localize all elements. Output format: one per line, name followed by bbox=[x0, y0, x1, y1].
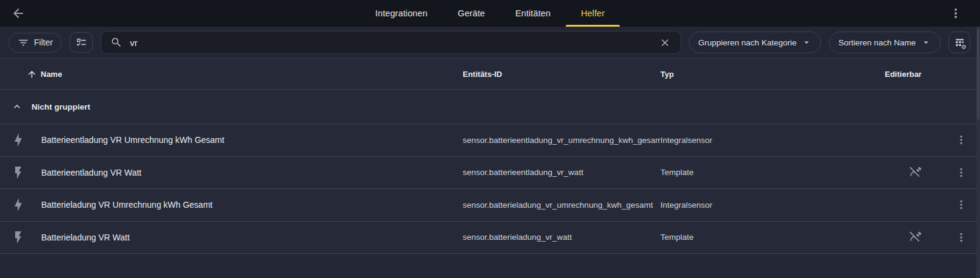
tab-integrationen[interactable]: Integrationen bbox=[360, 0, 443, 27]
tab-entitaeten[interactable]: Entitäten bbox=[500, 0, 566, 27]
row-menu-cell bbox=[946, 164, 976, 182]
row-menu-button[interactable] bbox=[952, 196, 970, 214]
row-type: Integralsensor bbox=[660, 200, 885, 210]
column-header-editable[interactable]: Editierbar bbox=[885, 70, 946, 79]
column-header-entity-id[interactable]: Entitäts-ID bbox=[463, 70, 660, 79]
sort-by-dropdown[interactable]: Sortieren nach Name bbox=[829, 31, 941, 53]
row-entity-id: sensor.batterieladung_vr_umrechnung_kwh_… bbox=[463, 200, 660, 210]
row-editable-cell bbox=[885, 166, 946, 179]
flash-icon bbox=[11, 230, 25, 245]
table-header-row: Name Entitäts-ID Typ Editierbar bbox=[0, 58, 976, 90]
row-icon-cell bbox=[0, 197, 36, 212]
flash-icon bbox=[11, 165, 25, 180]
chevron-down-icon bbox=[801, 37, 812, 48]
table-body: Batterieentladung VR Umrechnung kWh Gesa… bbox=[0, 124, 976, 254]
overflow-menu-button[interactable] bbox=[947, 5, 964, 22]
column-header-name-label: Name bbox=[41, 70, 62, 79]
row-editable-cell bbox=[885, 198, 946, 211]
arrow-up-icon bbox=[27, 69, 37, 79]
row-menu-cell bbox=[946, 131, 976, 149]
filter-variant-icon bbox=[18, 37, 29, 48]
row-icon-cell bbox=[0, 133, 36, 147]
pencil-off-icon bbox=[909, 166, 922, 179]
row-type: Template bbox=[660, 168, 885, 177]
helpers-page: Integrationen Geräte Entitäten Helfer Fi… bbox=[0, 0, 980, 278]
row-type: Template bbox=[660, 233, 885, 242]
kebab-menu-icon bbox=[955, 231, 968, 244]
row-menu-button[interactable] bbox=[952, 164, 970, 182]
chevron-down-icon bbox=[921, 37, 931, 48]
tab-helfer[interactable]: Helfer bbox=[566, 0, 620, 27]
row-icon-cell bbox=[0, 230, 36, 245]
group-row-label: Nicht gruppiert bbox=[32, 102, 90, 111]
lightning-bolt-icon bbox=[11, 133, 25, 147]
row-editable-cell bbox=[885, 231, 946, 244]
filter-toolbar: Filter Gruppieren nach Kategorie Sortier… bbox=[0, 27, 980, 58]
search-input[interactable] bbox=[130, 38, 650, 48]
clear-search-button[interactable] bbox=[657, 35, 672, 50]
pencil-off-icon bbox=[909, 231, 922, 244]
kebab-menu-icon bbox=[955, 133, 968, 147]
row-icon-cell bbox=[0, 165, 36, 180]
lightning-bolt-icon bbox=[11, 197, 25, 212]
row-menu-cell bbox=[946, 228, 976, 247]
row-editable-cell bbox=[885, 133, 946, 147]
row-menu-button[interactable] bbox=[952, 131, 970, 149]
row-type: Integralsensor bbox=[660, 136, 885, 145]
row-entity-id: sensor.batterieentladung_vr_umrechnung_k… bbox=[463, 136, 660, 145]
list-checks-icon bbox=[75, 36, 87, 48]
table-footer-area bbox=[0, 254, 976, 278]
table-row[interactable]: Batterieladung VR Umrechnung kWh Gesamt … bbox=[0, 189, 976, 222]
close-icon bbox=[659, 37, 671, 48]
table-row[interactable]: Batterieentladung VR Watt sensor.batteri… bbox=[0, 157, 976, 190]
group-row-nicht-gruppiert[interactable]: Nicht gruppiert bbox=[0, 90, 976, 124]
table-row[interactable]: Batterieentladung VR Umrechnung kWh Gesa… bbox=[0, 124, 976, 157]
helpers-table: Name Entitäts-ID Typ Editierbar Nicht gr… bbox=[0, 58, 976, 278]
row-name: Batterieentladung VR Watt bbox=[36, 168, 463, 177]
column-header-type[interactable]: Typ bbox=[660, 70, 885, 79]
tab-bar: Integrationen Geräte Entitäten Helfer bbox=[0, 0, 980, 27]
group-by-label: Gruppieren nach Kategorie bbox=[698, 38, 796, 47]
sort-by-label: Sortieren nach Name bbox=[838, 38, 916, 47]
row-menu-button[interactable] bbox=[952, 228, 970, 247]
table-row[interactable]: Batterieladung VR Watt sensor.batteriela… bbox=[0, 222, 976, 254]
gear-icon: ⚙ bbox=[961, 44, 967, 50]
kebab-menu-icon bbox=[955, 166, 968, 179]
chevron-up-icon bbox=[11, 101, 23, 113]
row-name: Batterieentladung VR Umrechnung kWh Gesa… bbox=[36, 135, 463, 145]
row-name: Batterieladung VR Watt bbox=[36, 233, 463, 242]
tab-geraete[interactable]: Geräte bbox=[443, 0, 500, 27]
selection-mode-button[interactable] bbox=[70, 32, 93, 53]
row-entity-id: sensor.batterieladung_vr_watt bbox=[463, 233, 660, 242]
group-by-dropdown[interactable]: Gruppieren nach Kategorie bbox=[689, 31, 821, 53]
search-box bbox=[101, 31, 681, 54]
row-menu-cell bbox=[946, 196, 976, 214]
column-header-name[interactable]: Name bbox=[0, 69, 463, 79]
scrollbar-thumb[interactable] bbox=[977, 29, 979, 120]
kebab-menu-icon bbox=[948, 6, 963, 21]
row-entity-id: sensor.batterieentladung_vr_watt bbox=[463, 168, 660, 177]
vertical-scrollbar[interactable] bbox=[976, 27, 980, 278]
search-icon bbox=[110, 36, 122, 48]
kebab-menu-icon bbox=[955, 198, 968, 211]
row-name: Batterieladung VR Umrechnung kWh Gesamt bbox=[36, 200, 463, 210]
table-settings-button[interactable]: ⚙ bbox=[948, 31, 970, 53]
app-header: Integrationen Geräte Entitäten Helfer bbox=[0, 0, 980, 27]
filter-button-label: Filter bbox=[34, 38, 53, 47]
filter-button[interactable]: Filter bbox=[8, 33, 62, 53]
